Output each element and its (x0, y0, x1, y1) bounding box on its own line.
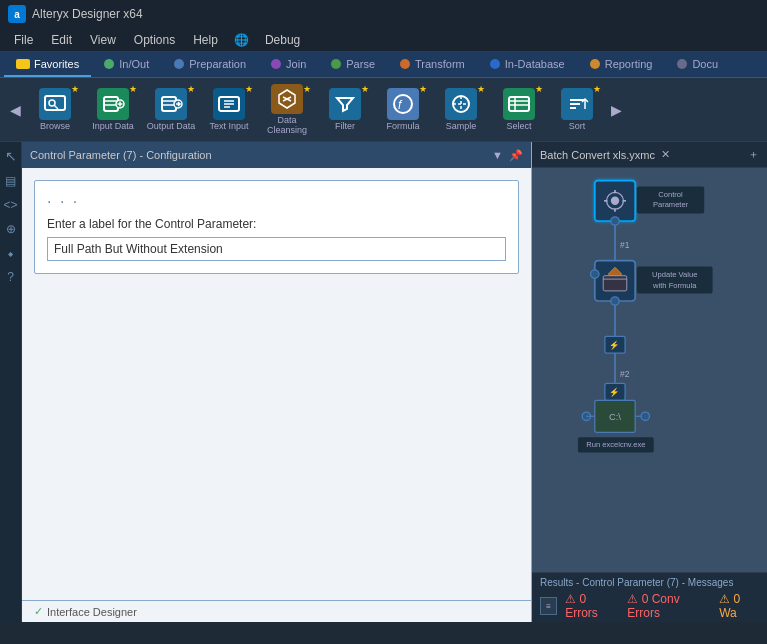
tool-input-data[interactable]: ★ Input Data (85, 82, 141, 138)
formula-label: Formula (386, 122, 419, 132)
tab-docu[interactable]: Docu (665, 52, 730, 77)
tab-reporting[interactable]: Reporting (578, 52, 665, 77)
tab-parse[interactable]: Parse (319, 52, 387, 77)
sample-star: ★ (477, 84, 485, 94)
config-pin-icon[interactable]: 📌 (509, 149, 523, 162)
tool-text-input[interactable]: ★ Text Input (201, 82, 257, 138)
svg-point-49 (611, 297, 619, 305)
svg-text:⚡: ⚡ (609, 387, 620, 398)
menu-help[interactable]: Help (185, 31, 226, 49)
transform-dot (400, 59, 410, 69)
interface-bar: ✓ Interface Designer (22, 600, 531, 622)
interface-label: Interface Designer (47, 606, 137, 618)
config-expand-icon[interactable]: ▼ (492, 149, 503, 161)
svg-text:Update Value: Update Value (652, 270, 697, 279)
canvas-title: Batch Convert xls.yxmc (540, 149, 655, 161)
canvas-results: Results - Control Parameter (7) - Messag… (532, 572, 767, 622)
left-sidebar: ↖ ▤ <> ⊕ ⬥ ? (0, 142, 22, 622)
sample-icon (445, 88, 477, 120)
text-input-icon (213, 88, 245, 120)
svg-line-2 (54, 105, 58, 109)
menu-file[interactable]: File (6, 31, 41, 49)
svg-text:C:\: C:\ (609, 412, 621, 422)
input-data-icon (97, 88, 129, 120)
config-inner: · · · Enter a label for the Control Para… (34, 180, 519, 274)
workflow-svg: Control Parameter #1 Update Value (532, 168, 767, 572)
tool-sample[interactable]: ★ Sample (433, 82, 489, 138)
svg-text:Parameter: Parameter (653, 200, 689, 209)
toolbar-tabs: Favorites In/Out Preparation Join Parse … (0, 52, 767, 78)
canvas-close-icon[interactable]: ✕ (661, 148, 670, 161)
globe-icon[interactable]: 🌐 (228, 31, 255, 49)
config-dots: · · · (47, 193, 506, 211)
results-title: Results - Control Parameter (7) - Messag… (540, 577, 759, 588)
svg-text:f: f (398, 98, 403, 112)
sort-star: ★ (593, 84, 601, 94)
output-data-label: Output Data (147, 122, 196, 132)
tool-filter[interactable]: ★ Filter (317, 82, 373, 138)
sidebar-panel-icon[interactable]: ▤ (3, 172, 18, 190)
cleansing-star: ★ (303, 84, 311, 94)
svg-text:⚡: ⚡ (609, 340, 620, 351)
errors-count: ⚠ 0 Errors (565, 592, 619, 620)
tool-bar: ◀ ★ Browse ★ Input Data ★ Output Data ★ … (0, 78, 767, 142)
tab-transform[interactable]: Transform (388, 52, 477, 77)
filter-label: Filter (335, 122, 355, 132)
config-input[interactable] (47, 237, 506, 261)
filter-star: ★ (361, 84, 369, 94)
report-dot (590, 59, 600, 69)
tab-in-database[interactable]: In-Database (478, 52, 577, 77)
tab-inout[interactable]: In/Out (92, 52, 161, 77)
data-cleansing-label: Data Cleansing (261, 116, 313, 136)
warnings-count: ⚠ 0 Wa (719, 592, 759, 620)
svg-text:Control: Control (658, 190, 683, 199)
sort-icon (561, 88, 593, 120)
filter-icon (329, 88, 361, 120)
output-star: ★ (187, 84, 195, 94)
tool-formula[interactable]: ★ f Formula (375, 82, 431, 138)
config-header: Control Parameter (7) - Configuration ▼ … (22, 142, 531, 168)
sidebar-help-icon[interactable]: ? (5, 268, 16, 286)
tool-browse[interactable]: ★ Browse (27, 82, 83, 138)
menu-bar: File Edit View Options Help 🌐 Debug (0, 28, 767, 52)
sidebar-connector-icon[interactable]: ⊕ (4, 220, 18, 238)
tab-preparation[interactable]: Preparation (162, 52, 258, 77)
toolbar-nav-right[interactable]: ▶ (607, 98, 626, 122)
sample-label: Sample (446, 122, 477, 132)
main-area: ↖ ▤ <> ⊕ ⬥ ? Control Parameter (7) - Con… (0, 142, 767, 622)
menu-view[interactable]: View (82, 31, 124, 49)
menu-debug[interactable]: Debug (257, 31, 308, 49)
svg-rect-47 (603, 276, 627, 291)
svg-text:#2: #2 (620, 369, 630, 379)
tool-data-cleansing[interactable]: ★ Data Cleansing (259, 82, 315, 138)
svg-text:Run excelcnv.exe: Run excelcnv.exe (586, 440, 645, 449)
output-data-icon (155, 88, 187, 120)
prep-dot (174, 59, 184, 69)
canvas-add-icon[interactable]: ＋ (748, 147, 759, 162)
title-bar: a Alteryx Designer x64 (0, 0, 767, 28)
menu-edit[interactable]: Edit (43, 31, 80, 49)
favorites-star-icon (16, 59, 30, 69)
tab-favorites[interactable]: Favorites (4, 52, 91, 77)
canvas-body[interactable]: Control Parameter #1 Update Value (532, 168, 767, 572)
toolbar-nav-left[interactable]: ◀ (6, 98, 25, 122)
sidebar-code-icon[interactable]: <> (2, 196, 20, 214)
menu-options[interactable]: Options (126, 31, 183, 49)
config-header-left: Control Parameter (7) - Configuration (30, 149, 212, 161)
docu-dot (677, 59, 687, 69)
svg-rect-24 (509, 97, 529, 111)
sidebar-tag-icon[interactable]: ⬥ (5, 244, 16, 262)
conv-errors-count: ⚠ 0 Conv Errors (627, 592, 711, 620)
tab-join[interactable]: Join (259, 52, 318, 77)
text-star: ★ (245, 84, 253, 94)
app-title: Alteryx Designer x64 (32, 7, 143, 21)
results-icons-row: ≡ ⚠ 0 Errors ⚠ 0 Conv Errors ⚠ 0 Wa (540, 592, 759, 620)
tool-output-data[interactable]: ★ Output Data (143, 82, 199, 138)
tool-select[interactable]: ★ Select (491, 82, 547, 138)
tool-sort[interactable]: ★ Sort (549, 82, 605, 138)
select-star: ★ (535, 84, 543, 94)
config-header-icons: ▼ 📌 (492, 149, 523, 162)
svg-point-66 (641, 412, 649, 420)
app-logo: a (8, 5, 26, 23)
canvas-panel: Batch Convert xls.yxmc ✕ ＋ (532, 142, 767, 622)
